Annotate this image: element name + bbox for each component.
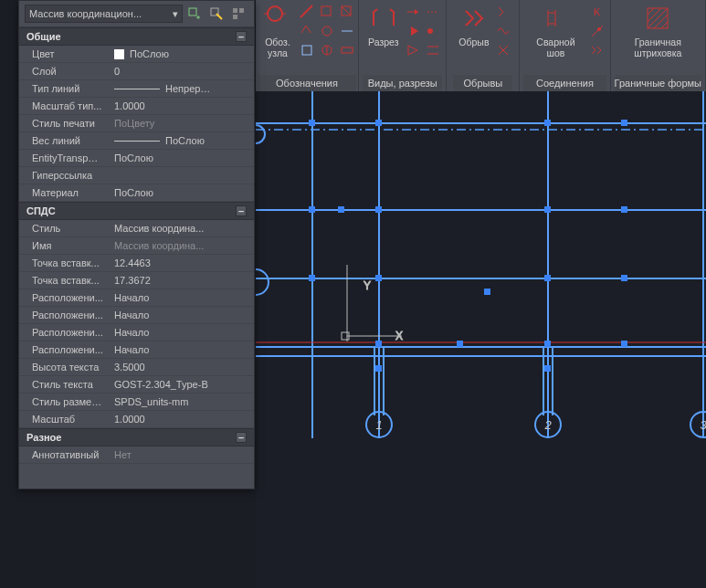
- hatch-button[interactable]: Граничная штриховка: [615, 2, 701, 60]
- svg-rect-33: [189, 8, 196, 16]
- break-button[interactable]: Обрыв: [453, 2, 494, 49]
- property-row[interactable]: ЦветПоСлою: [19, 46, 254, 63]
- svg-rect-38: [239, 8, 244, 13]
- property-label: Тип линий: [19, 83, 109, 94]
- break-icon-2[interactable]: [494, 22, 512, 40]
- property-value[interactable]: 17.3672: [109, 275, 254, 286]
- svg-rect-37: [233, 8, 237, 13]
- svg-line-25: [592, 26, 603, 37]
- property-label: Точка вставк...: [19, 257, 109, 268]
- property-value[interactable]: 0: [109, 66, 254, 77]
- property-value[interactable]: Массив координа...: [109, 223, 254, 234]
- mark-icon-4[interactable]: [298, 22, 316, 40]
- property-row[interactable]: Тип линийНепрер…: [19, 80, 254, 98]
- property-value[interactable]: ПоСлою: [109, 48, 254, 59]
- property-value[interactable]: 12.4463: [109, 257, 254, 268]
- add-selection-button[interactable]: [184, 5, 205, 23]
- view-icon-2[interactable]: [424, 3, 442, 21]
- property-value[interactable]: GOST-2.304_Type-B: [109, 379, 254, 390]
- property-value[interactable]: SPDS_units-mm: [109, 396, 254, 407]
- weld-button[interactable]: Сварной шов: [523, 2, 587, 60]
- view-icon-5[interactable]: [404, 41, 422, 59]
- mark-icon-3[interactable]: [338, 3, 356, 21]
- property-row[interactable]: Масштаб тип...1.0000: [19, 98, 254, 115]
- property-value-text: 12.4463: [114, 257, 151, 268]
- property-row[interactable]: Слой0: [19, 63, 254, 80]
- property-value[interactable]: 1.0000: [109, 414, 254, 425]
- property-row[interactable]: Высота текста3.5000: [19, 359, 254, 376]
- weld-icon-1[interactable]: K: [588, 3, 606, 21]
- property-row[interactable]: Расположени...Начало: [19, 289, 254, 307]
- property-value[interactable]: Массив координа...: [109, 240, 254, 251]
- svg-rect-61: [544, 120, 551, 126]
- svg-rect-70: [484, 289, 490, 295]
- property-row[interactable]: Точка вставк...12.4463: [19, 255, 254, 272]
- drawing-canvas[interactable]: 1 2 3 Y X: [256, 91, 706, 588]
- property-row[interactable]: Точка вставк...17.3672: [19, 272, 254, 289]
- property-row[interactable]: Гиперссылка: [19, 167, 254, 184]
- view-icon-6[interactable]: [424, 41, 442, 59]
- object-type-dropdown[interactable]: Массив координацион... ▾: [25, 5, 183, 23]
- property-value[interactable]: ПоСлою: [109, 135, 254, 146]
- svg-rect-68: [309, 275, 315, 281]
- property-value[interactable]: Начало: [109, 344, 254, 355]
- svg-rect-65: [375, 206, 382, 213]
- collapse-icon[interactable]: –: [236, 432, 247, 443]
- property-row[interactable]: АннотативныйНет: [19, 446, 254, 464]
- property-label: Высота текста: [19, 362, 109, 373]
- property-value[interactable]: ПоСлою: [109, 152, 254, 163]
- quick-select-button[interactable]: [206, 5, 227, 23]
- line-preview: [114, 141, 160, 142]
- view-icon-4[interactable]: [424, 22, 442, 40]
- mark-icon-9[interactable]: [338, 41, 356, 59]
- palette-options-button[interactable]: [228, 5, 248, 23]
- property-row[interactable]: Стиль текстаGOST-2.304_Type-B: [19, 376, 254, 394]
- property-value[interactable]: Начало: [109, 327, 254, 338]
- svg-rect-64: [338, 206, 344, 213]
- property-value[interactable]: ПоСлою: [109, 187, 254, 198]
- property-row[interactable]: EntityTranspar...ПоСлою: [19, 150, 254, 167]
- property-value[interactable]: ПоЦвету: [109, 118, 254, 129]
- property-value[interactable]: Начало: [109, 310, 254, 320]
- section-common[interactable]: Общие –: [19, 27, 254, 46]
- property-row[interactable]: Расположени...Начало: [19, 324, 254, 341]
- property-value[interactable]: 3.5000: [109, 362, 254, 373]
- mark-icon-2[interactable]: [318, 3, 336, 21]
- property-row[interactable]: Масштаб1.0000: [19, 411, 254, 428]
- mark-icon-1[interactable]: [298, 3, 316, 21]
- svg-rect-75: [544, 341, 551, 347]
- section-misc[interactable]: Разное –: [19, 428, 254, 446]
- property-value[interactable]: 1.0000: [109, 100, 254, 111]
- mark-icon-7[interactable]: [298, 41, 316, 59]
- svg-text:X: X: [395, 330, 403, 342]
- property-row[interactable]: Расположени...Начало: [19, 341, 254, 359]
- svg-rect-73: [375, 341, 382, 347]
- property-row[interactable]: Расположени...Начало: [19, 307, 254, 324]
- section-spds[interactable]: СПДС –: [19, 202, 254, 220]
- property-value[interactable]: Начало: [109, 292, 254, 303]
- break-label: Обрыв: [458, 37, 489, 47]
- property-row[interactable]: Стиль размер...SPDS_units-mm: [19, 394, 254, 411]
- property-row[interactable]: Стиль печатиПоЦвету: [19, 115, 254, 132]
- property-row[interactable]: СтильМассив координа...: [19, 220, 254, 237]
- node-mark-button[interactable]: Обоз. узла: [258, 2, 298, 60]
- view-icon-1[interactable]: [404, 3, 422, 21]
- collapse-icon[interactable]: –: [236, 31, 247, 42]
- collapse-icon[interactable]: –: [236, 205, 247, 216]
- weld-icon-3[interactable]: [588, 41, 606, 59]
- hatch-icon: [643, 4, 672, 33]
- break-icon-3[interactable]: [494, 41, 512, 59]
- mark-icon-5[interactable]: [318, 22, 336, 40]
- mark-icon-6[interactable]: [338, 22, 356, 40]
- property-value[interactable]: Нет: [109, 449, 254, 460]
- mark-icon-8[interactable]: [318, 41, 336, 59]
- node-mark-label: Обоз. узла: [263, 37, 292, 58]
- break-icon-1[interactable]: [494, 3, 512, 21]
- section-button[interactable]: Разрез: [363, 2, 404, 49]
- property-row[interactable]: ИмяМассив координа...: [19, 237, 254, 255]
- weld-icon-2[interactable]: [588, 22, 606, 40]
- view-icon-3[interactable]: [404, 22, 422, 40]
- property-value[interactable]: Непрер…: [109, 83, 254, 94]
- property-row[interactable]: Вес линийПоСлою: [19, 132, 254, 150]
- property-row[interactable]: МатериалПоСлою: [19, 184, 254, 202]
